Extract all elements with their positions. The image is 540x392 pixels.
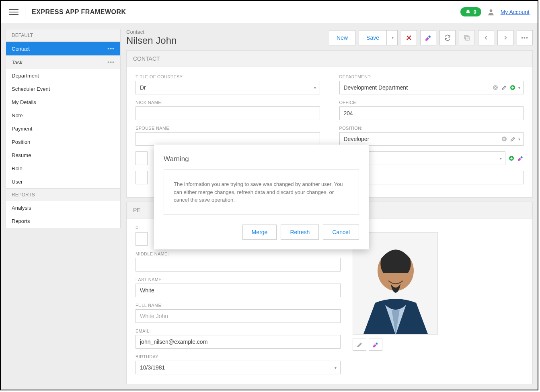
label-last-name: LAST NAME: — [136, 277, 341, 282]
save-button[interactable]: Save — [359, 30, 386, 45]
label-position: POSITION: — [339, 126, 524, 131]
cancel-button[interactable] — [401, 30, 417, 45]
sidebar-item-label: User — [12, 179, 23, 185]
copy-icon — [463, 34, 470, 41]
sidebar-item-resume[interactable]: Resume — [6, 149, 120, 162]
obscured-field-1[interactable] — [136, 151, 148, 165]
office-field[interactable] — [339, 106, 524, 120]
chevron-down-icon[interactable]: ▾ — [518, 137, 520, 141]
label-department: DEPARTMENT: — [339, 74, 524, 79]
sidebar-item-label: Task — [12, 59, 23, 65]
sidebar-item-position[interactable]: Position — [6, 135, 120, 149]
user-icon[interactable] — [487, 8, 495, 16]
spouse-name-field[interactable] — [136, 132, 320, 146]
sidebar-item-note[interactable]: Note — [6, 109, 120, 122]
dialog-cancel-button[interactable]: Cancel — [323, 225, 359, 240]
obscured-field-2[interactable] — [136, 171, 148, 184]
copy-button[interactable] — [459, 30, 475, 45]
label-nick-name: NICK NAME: — [136, 100, 320, 105]
edit-icon[interactable] — [510, 136, 516, 142]
prev-button[interactable] — [478, 30, 494, 45]
contact-panel-header: CONTACT — [127, 51, 532, 67]
sidebar-item-label: Role — [12, 165, 23, 172]
hamburger-menu-icon[interactable] — [9, 9, 18, 15]
sidebar-item-label: Department — [12, 73, 39, 79]
header-divider — [25, 6, 25, 18]
eraser-icon[interactable] — [517, 155, 524, 161]
close-icon — [405, 34, 413, 41]
warning-dialog: Warning The information you are trying t… — [154, 145, 369, 249]
first-name-field[interactable] — [136, 232, 148, 246]
chevron-right-icon — [503, 35, 508, 41]
refresh-button[interactable] — [439, 30, 456, 45]
nick-name-field[interactable] — [136, 106, 320, 120]
sidebar: DEFAULT Contact ••• Task ••• Department … — [6, 29, 121, 384]
email-field[interactable] — [136, 335, 341, 349]
nav-list-reports: Analysis Reports — [6, 201, 121, 228]
sidebar-item-my-details[interactable]: My Details — [6, 96, 120, 109]
label-birthday: BIRTHDAY: — [136, 354, 341, 359]
label-title-of-courtesy: TITLE OF COURTESY: — [136, 74, 320, 79]
page-toolbar: New Save ▾ — [329, 30, 533, 45]
svg-point-9 — [387, 269, 391, 272]
sidebar-item-contact[interactable]: Contact ••• — [6, 42, 120, 55]
edit-icon[interactable] — [501, 85, 507, 91]
sidebar-item-role[interactable]: Role — [6, 162, 120, 175]
sidebar-item-label: Position — [12, 139, 30, 145]
title-of-courtesy-select[interactable] — [136, 81, 320, 94]
svg-rect-1 — [466, 37, 469, 40]
sidebar-item-payment[interactable]: Payment — [6, 122, 120, 135]
more-icon[interactable]: ••• — [107, 59, 115, 65]
label-office: OFFICE: — [339, 100, 524, 105]
dialog-refresh-button[interactable]: Refresh — [281, 225, 319, 240]
eraser-icon — [372, 341, 379, 348]
sidebar-item-department[interactable]: Department — [6, 69, 120, 82]
svg-point-0 — [489, 9, 492, 12]
birthday-field[interactable] — [136, 361, 341, 374]
new-button[interactable]: New — [329, 30, 355, 45]
eraser-button[interactable] — [420, 30, 436, 45]
clear-icon[interactable] — [501, 136, 507, 142]
notification-badge[interactable]: 0 — [460, 7, 481, 16]
chevron-down-icon[interactable]: ▾ — [518, 86, 520, 90]
nav-section-header-reports: REPORTS — [6, 188, 121, 201]
next-button[interactable] — [497, 30, 513, 45]
dialog-merge-button[interactable]: Merge — [242, 225, 277, 240]
last-name-field[interactable] — [136, 284, 341, 297]
photo-edit-button[interactable] — [353, 339, 366, 351]
page-subtitle: Contact — [126, 29, 177, 35]
position-lookup[interactable] — [339, 132, 524, 146]
sidebar-item-label: Note — [12, 112, 23, 118]
sidebar-item-user[interactable]: User — [6, 175, 120, 188]
clear-icon[interactable] — [492, 84, 499, 91]
sidebar-item-label: Resume — [12, 152, 31, 158]
more-icon: ••• — [521, 35, 528, 41]
label-full-name: FULL NAME: — [136, 303, 341, 308]
sidebar-item-label: Reports — [12, 218, 30, 224]
middle-name-field[interactable] — [136, 258, 341, 272]
chevron-down-icon[interactable]: ▾ — [500, 156, 502, 161]
label-photo: OTO: — [353, 226, 524, 231]
sidebar-item-analysis[interactable]: Analysis — [6, 201, 120, 214]
sidebar-item-label: Analysis — [12, 205, 31, 211]
svg-point-10 — [400, 269, 404, 272]
add-icon[interactable] — [509, 84, 516, 91]
page-title: Nilsen John — [126, 35, 177, 46]
label-middle-name: MIDDLE NAME: — [136, 251, 341, 256]
sidebar-item-task[interactable]: Task ••• — [6, 55, 120, 69]
dialog-title: Warning — [164, 155, 359, 163]
more-icon[interactable]: ••• — [107, 45, 115, 52]
sidebar-item-scheduler-event[interactable]: Scheduler Event — [6, 82, 120, 96]
nav-list-default: Contact ••• Task ••• Department Schedule… — [6, 42, 121, 189]
photo-clear-button[interactable] — [369, 339, 382, 351]
svg-rect-2 — [464, 35, 468, 39]
label-spouse-name: SPOUSE NAME: — [136, 126, 320, 131]
add-icon[interactable] — [508, 155, 515, 161]
sidebar-item-reports[interactable]: Reports — [6, 214, 120, 228]
full-name-field[interactable] — [136, 309, 341, 323]
app-header: EXPRESS APP FRAMEWORK 0 My Account — [1, 1, 538, 23]
more-actions-button[interactable]: ••• — [517, 30, 533, 45]
nav-section-header-default: DEFAULT — [6, 29, 121, 42]
save-dropdown-button[interactable]: ▾ — [386, 30, 398, 45]
my-account-link[interactable]: My Account — [501, 9, 530, 15]
